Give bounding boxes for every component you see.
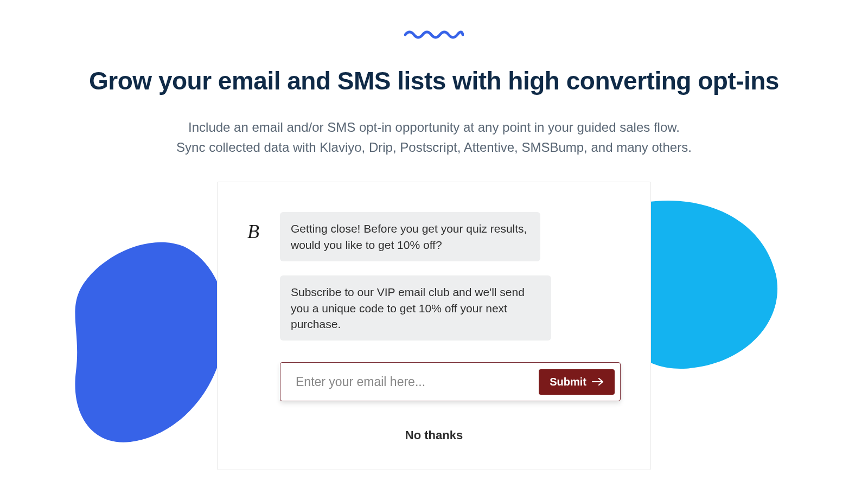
brand-avatar: B xyxy=(247,222,265,241)
page-subhead: Include an email and/or SMS opt-in oppor… xyxy=(0,117,868,157)
squiggle-icon xyxy=(404,28,464,39)
page-headline: Grow your email and SMS lists with high … xyxy=(0,66,868,95)
subhead-line-2: Sync collected data with Klaviyo, Drip, … xyxy=(0,137,868,157)
arrow-right-icon xyxy=(592,378,604,386)
blob-decoration-left xyxy=(65,241,239,447)
chat-bubbles: Getting close! Before you get your quiz … xyxy=(280,212,621,341)
demo-stage: B Getting close! Before you get your qui… xyxy=(0,182,868,464)
chat-bubble-1: Getting close! Before you get your quiz … xyxy=(280,212,540,261)
chat-row: B Getting close! Before you get your qui… xyxy=(247,212,621,341)
chat-bubble-2: Subscribe to our VIP email club and we'l… xyxy=(280,275,551,341)
subhead-line-1: Include an email and/or SMS opt-in oppor… xyxy=(0,117,868,137)
submit-button-label: Submit xyxy=(550,376,586,388)
email-field[interactable] xyxy=(296,375,539,389)
no-thanks-link[interactable]: No thanks xyxy=(247,428,621,442)
submit-button[interactable]: Submit xyxy=(539,369,615,395)
optin-card: B Getting close! Before you get your qui… xyxy=(217,182,651,470)
email-input-group: Submit xyxy=(280,362,621,401)
squiggle-divider xyxy=(0,28,868,39)
